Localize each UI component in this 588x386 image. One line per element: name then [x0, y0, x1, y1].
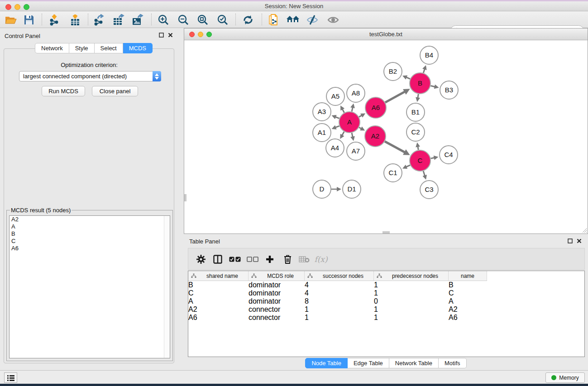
table-row[interactable]: A2connector11A2 — [188, 305, 584, 314]
graph-node-C3[interactable]: C3 — [420, 181, 438, 199]
graph-node-C1[interactable]: C1 — [384, 164, 402, 182]
graph-node-A3[interactable]: A3 — [313, 103, 331, 121]
result-list-scrollbar[interactable] — [164, 216, 170, 358]
table-settings-button[interactable] — [194, 253, 208, 266]
graph-node-A4[interactable]: A4 — [326, 139, 344, 157]
graph-node-A[interactable]: A — [339, 112, 360, 133]
delete-column-button[interactable] — [281, 253, 294, 266]
result-list-item[interactable]: A6 — [10, 245, 170, 252]
open-session-button[interactable] — [3, 13, 19, 27]
graph-edge[interactable] — [418, 147, 418, 150]
graph-node-A2[interactable]: A2 — [365, 126, 386, 147]
zoom-fit-button[interactable] — [195, 13, 211, 27]
graph-edge[interactable] — [335, 117, 339, 118]
close-panel-icon[interactable] — [168, 33, 173, 38]
graph-edge[interactable] — [342, 132, 344, 135]
node-table[interactable]: shared nameMCDS rolesuccessor nodesprede… — [188, 271, 585, 357]
graph-node-B2[interactable]: B2 — [384, 62, 402, 81]
tab-edge-table[interactable]: Edge Table — [348, 358, 389, 368]
graph-edge[interactable] — [430, 86, 435, 86]
graph-node-A1[interactable]: A1 — [313, 124, 331, 142]
graph-edge[interactable] — [385, 91, 405, 102]
column-header-name[interactable]: name — [449, 271, 487, 281]
resize-grip-icon[interactable] — [581, 227, 587, 233]
delete-table-button[interactable] — [297, 253, 311, 266]
graph-node-B3[interactable]: B3 — [440, 81, 458, 99]
float-table-panel-icon[interactable] — [568, 238, 573, 243]
network-hscroll-hint[interactable] — [382, 231, 390, 234]
graph-node-B[interactable]: B — [410, 73, 430, 94]
graph-edge[interactable] — [418, 94, 418, 98]
eye-button[interactable] — [325, 13, 341, 27]
select-all-columns-button[interactable] — [228, 253, 242, 266]
export-image-button[interactable] — [129, 13, 146, 27]
graph-node-A7[interactable]: A7 — [347, 142, 365, 160]
graph-edge[interactable] — [406, 77, 410, 79]
result-list-item[interactable]: A — [10, 223, 170, 230]
network-canvas[interactable]: B4B2BB3A8A5A6B1A3AC2A1A2A4A7C4CC1C3DD1 — [184, 40, 588, 234]
column-header-successor-nodes[interactable]: successor nodes — [305, 271, 374, 281]
graph-node-D1[interactable]: D1 — [343, 180, 361, 198]
graph-edge[interactable] — [342, 109, 344, 113]
add-column-button[interactable] — [263, 253, 277, 266]
tab-node-table[interactable]: Node Table — [305, 358, 348, 368]
tab-network-table[interactable]: Network Table — [389, 358, 439, 368]
network-vscroll-hint[interactable] — [184, 194, 186, 201]
graph-node-A6[interactable]: A6 — [365, 97, 386, 118]
column-header-predecessor-nodes[interactable]: predecessor nodes — [374, 271, 449, 281]
function-builder-button[interactable]: f(x) — [314, 253, 328, 266]
result-list-item[interactable]: B — [10, 230, 170, 238]
graph-edge[interactable] — [385, 141, 405, 152]
graph-edge[interactable] — [335, 126, 339, 127]
close-table-panel-icon[interactable] — [577, 238, 582, 243]
graph-edge[interactable] — [352, 133, 353, 137]
split-view-button[interactable] — [211, 253, 225, 266]
zoom-in-button[interactable] — [155, 13, 172, 27]
clone-network-button[interactable] — [266, 13, 282, 27]
graph-edge[interactable] — [359, 115, 362, 117]
graph-node-C2[interactable]: C2 — [406, 123, 425, 141]
zoom-out-button[interactable] — [175, 13, 191, 27]
tab-motifs[interactable]: Motifs — [439, 358, 467, 368]
graph-node-B1[interactable]: B1 — [406, 103, 425, 121]
tab-style[interactable]: Style — [69, 43, 95, 53]
tab-network[interactable]: Network — [35, 43, 69, 53]
hide-details-button[interactable] — [304, 13, 320, 27]
run-mcds-button[interactable]: Run MCDS — [42, 86, 85, 96]
mcds-result-list[interactable]: A2ABCA6 — [9, 215, 170, 358]
zoom-selected-button[interactable] — [215, 13, 231, 27]
tab-select[interactable]: Select — [95, 43, 123, 53]
criterion-dropdown[interactable]: largest connected component (directed) — [19, 71, 161, 81]
graph-edge[interactable] — [423, 69, 425, 73]
graph-node-C[interactable]: C — [410, 150, 430, 171]
save-session-button[interactable] — [21, 13, 37, 27]
close-panel-button[interactable]: Close panel — [92, 86, 138, 96]
float-panel-icon[interactable] — [159, 33, 164, 38]
graph-node-A8[interactable]: A8 — [347, 84, 365, 102]
refresh-layout-button[interactable] — [240, 13, 256, 27]
graph-edge[interactable] — [406, 165, 410, 167]
result-list-item[interactable]: C — [10, 238, 170, 245]
result-list-item[interactable]: A2 — [10, 216, 170, 223]
table-row[interactable]: A6connector11A6 — [188, 314, 584, 322]
graph-edge[interactable] — [423, 171, 425, 176]
export-table-button[interactable] — [110, 13, 127, 27]
table-row[interactable]: Cdominator41C — [188, 289, 584, 297]
graph-node-C4[interactable]: C4 — [440, 146, 458, 164]
table-row[interactable]: Bdominator41B — [188, 281, 584, 289]
memory-button[interactable]: Memory — [545, 372, 585, 383]
table-row[interactable]: Adominator80A — [188, 297, 584, 305]
tab-mcds[interactable]: MCDS — [123, 43, 153, 53]
graph-edge[interactable] — [359, 127, 361, 129]
column-header-shared-name[interactable]: shared name — [188, 271, 249, 281]
graph-node-A5[interactable]: A5 — [326, 87, 344, 105]
export-network-button[interactable] — [91, 13, 107, 27]
column-header-mcds-role[interactable]: MCDS role — [249, 271, 305, 281]
show-panel-list-button[interactable] — [4, 372, 17, 383]
import-table-button[interactable] — [67, 13, 83, 27]
graph-node-D[interactable]: D — [313, 180, 331, 198]
graph-edge[interactable] — [431, 157, 435, 158]
import-network-button[interactable] — [46, 13, 62, 27]
graph-node-B4[interactable]: B4 — [420, 46, 438, 64]
graph-edge[interactable] — [352, 107, 353, 111]
